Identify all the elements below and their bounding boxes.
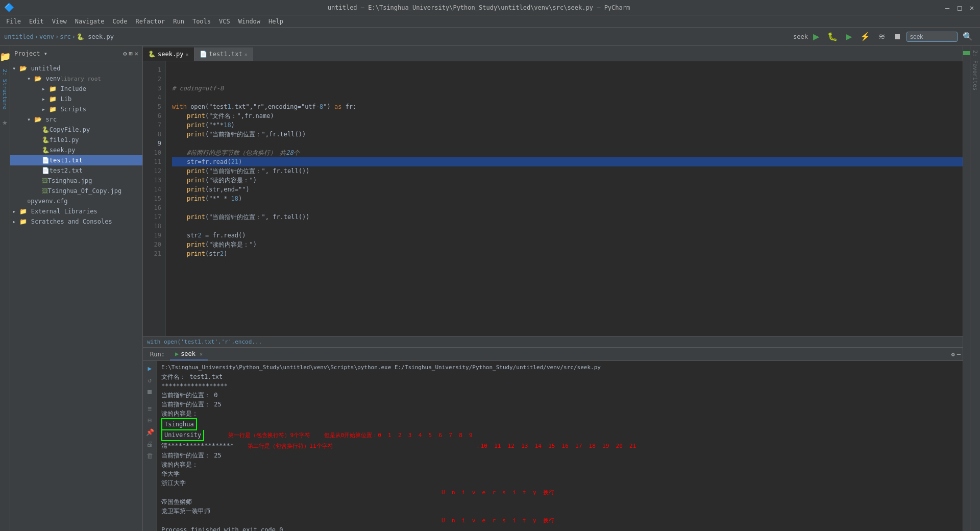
run-trash-icon[interactable]: 🗑 — [145, 450, 155, 461]
code-line — [172, 268, 963, 277]
output-line: 当前指针的位置： 25 — [161, 400, 959, 409]
favorites-icon-label[interactable]: 2: Favorites — [971, 48, 979, 92]
main-content: 📁 2: Structure ★ Project ▾ ⚙ ⊞ ✕ ▾ 📂 unt… — [0, 46, 980, 531]
run-tab-close[interactable]: ✕ — [200, 351, 203, 357]
code-line: print("当前指针的位置：", fr.tell()) — [172, 212, 963, 222]
project-panel: Project ▾ ⚙ ⊞ ✕ ▾ 📂 untitled ▾ 📂 venv li… — [10, 46, 143, 531]
tree-item[interactable]: 🐍 CopyFile.py — [10, 125, 142, 135]
close-button[interactable]: ✕ — [968, 4, 976, 12]
project-collapse-icon[interactable]: ⚙ — [123, 50, 127, 57]
menu-tools[interactable]: Tools — [188, 15, 215, 27]
run-tab-seek[interactable]: ▶ seek ✕ — [170, 348, 208, 360]
breadcrumb-untitled[interactable]: untitled — [4, 33, 34, 40]
tab-seek-close[interactable]: ✕ — [186, 52, 189, 57]
tsinghua-box: Tsinghua — [161, 418, 197, 430]
menu-navigate[interactable]: Navigate — [71, 15, 109, 27]
output-line: U n i v e r s i t y 换行 — [161, 516, 959, 525]
tab-seek-py[interactable]: 🐍 seek.py ✕ — [143, 47, 194, 61]
tree-item[interactable]: ▾ 📂 venv library root — [10, 74, 142, 84]
project-tree: ▾ 📂 untitled ▾ 📂 venv library root ▸ 📁 I… — [10, 61, 142, 531]
menu-code[interactable]: Code — [109, 15, 132, 27]
run-tab-label[interactable]: Run: — [145, 348, 170, 360]
menu-view[interactable]: View — [48, 15, 71, 27]
tree-item[interactable]: ▸ 📁 External Libraries — [10, 206, 142, 216]
run-settings-icon[interactable]: ⚙ — [951, 351, 955, 358]
favorites-icon[interactable]: ★ — [1, 113, 9, 130]
project-settings-icon[interactable]: ⊞ — [129, 50, 133, 57]
run-command-path: E:\Tsinghua_University\Python_Study\unti… — [161, 363, 959, 372]
code-content[interactable]: # coding=utf-8with open("test1.txt","r",… — [166, 61, 963, 336]
minimize-button[interactable]: — — [943, 4, 951, 12]
tree-item[interactable]: 📄 test1.txt — [10, 155, 142, 165]
coverage-button[interactable]: ▶ — [843, 30, 855, 43]
concurrency-button[interactable]: ≋ — [875, 30, 888, 43]
toolbar: untitled › venv › src › 🐍 seek.py seek ▶… — [0, 28, 980, 46]
run-button[interactable]: ▶ — [810, 30, 822, 43]
breadcrumb: untitled › venv › src › 🐍 seek.py — [4, 33, 114, 40]
tree-item[interactable]: ▸ 📁 Scratches and Consoles — [10, 216, 142, 227]
tab-test1-txt[interactable]: 📄 test1.txt ✕ — [194, 47, 253, 61]
run-play-icon[interactable]: ▶ — [146, 363, 154, 374]
window-title: untitled – E:\Tsinghua_University\Python… — [14, 4, 943, 11]
run-panel-body: ▶ ↺ ⏹ ≡ ⊟ 📌 🖨 🗑 E:\Tsinghua_University\P… — [143, 361, 963, 531]
menu-help[interactable]: Help — [264, 15, 287, 27]
search-button[interactable]: 🔍 — [960, 30, 976, 43]
tree-item[interactable]: ▸ 📁 Scripts — [10, 104, 142, 114]
code-line: print("当前指针的位置：", fr.tell()) — [172, 166, 963, 176]
code-editor[interactable]: 123456789101112131415161718192021 # codi… — [143, 61, 963, 336]
breadcrumb-file[interactable]: 🐍 seek.py — [77, 33, 114, 40]
code-line: print(str2) — [172, 249, 963, 258]
tree-item[interactable]: ▸ 📁 Lib — [10, 94, 142, 104]
output-line: University 第一行是（包含换行符）9个字符 但是从0开始算位置：0 1… — [161, 430, 959, 441]
search-input[interactable] — [906, 32, 958, 42]
menu-vcs[interactable]: VCS — [215, 15, 234, 27]
breadcrumb-src[interactable]: src — [60, 33, 71, 40]
annotation-univ-letters: U n i v e r s i t y 换行 — [442, 489, 554, 496]
tree-item[interactable]: 📄 test2.txt — [10, 165, 142, 176]
run-panel: Run: ▶ seek ✕ ⚙ — ▶ ↺ ⏹ — [143, 347, 963, 531]
breadcrumb-venv[interactable]: venv — [39, 33, 54, 40]
output-line: 读的内容是： — [161, 460, 959, 469]
right-gutter — [963, 46, 970, 531]
run-rerun-icon[interactable]: ↺ — [146, 375, 154, 385]
run-scroll-icon[interactable]: ≡ — [146, 403, 154, 414]
code-line: print("读的内容是：") — [172, 176, 963, 185]
tree-item[interactable]: 🐍 seek.py — [10, 145, 142, 155]
menu-window[interactable]: Window — [234, 15, 264, 27]
run-side-toolbar: ▶ ↺ ⏹ ≡ ⊟ 📌 🖨 🗑 — [143, 361, 157, 531]
output-line: 党卫军第一装甲师 — [161, 506, 959, 516]
output-line: 文件名： test1.txt — [161, 372, 959, 381]
annotation-line1: 第一行是（包含换行符）9个字符 但是从0开始算位置：0 1 2 3 4 5 6 … — [228, 432, 472, 439]
stop-button[interactable]: ⏹ — [890, 31, 904, 43]
editor-area: 🐍 seek.py ✕ 📄 test1.txt ✕ 12345678910111… — [143, 46, 963, 347]
run-filter-icon[interactable]: ⊟ — [146, 415, 154, 426]
profile-button[interactable]: ⚡ — [857, 30, 873, 43]
tree-item[interactable]: ▸ 📁 Include — [10, 84, 142, 94]
maximize-button[interactable]: □ — [955, 4, 964, 12]
output-line: Process finished with exit code 0 — [161, 525, 959, 531]
menu-edit[interactable]: Edit — [25, 15, 48, 27]
tree-item[interactable]: ⚙ pyvenv.cfg — [10, 196, 142, 206]
menu-file[interactable]: File — [2, 15, 25, 27]
run-stop-icon[interactable]: ⏹ — [145, 387, 155, 397]
structure-icon[interactable]: 2: Structure — [1, 66, 9, 112]
tree-item[interactable]: 🖼 Tsinghua.jpg — [10, 176, 142, 186]
tree-item[interactable]: 🐍 file1.py — [10, 135, 142, 145]
tree-item[interactable]: ▾ 📂 untitled — [10, 63, 142, 74]
menu-refactor[interactable]: Refactor — [131, 15, 169, 27]
menubar: File Edit View Navigate Code Refactor Ru… — [0, 15, 980, 28]
project-close-icon[interactable]: ✕ — [135, 50, 138, 57]
tree-item[interactable]: 🖼 Tsinghua_Of_Copy.jpg — [10, 186, 142, 196]
titlebar: 🔷 untitled – E:\Tsinghua_University\Pyth… — [0, 0, 980, 15]
menu-run[interactable]: Run — [169, 15, 188, 27]
code-line — [172, 93, 963, 102]
tab-txt-icon: 📄 — [200, 51, 207, 58]
code-line — [172, 139, 963, 148]
run-pin-icon[interactable]: 📌 — [144, 427, 156, 438]
run-print-icon[interactable]: 🖨 — [145, 439, 155, 449]
run-panel-close-icon[interactable]: — — [957, 351, 961, 358]
tab-test1-close[interactable]: ✕ — [244, 52, 248, 57]
debug-button[interactable]: 🐛 — [824, 30, 841, 43]
code-line: print("当前指针的位置：",fr.tell()) — [172, 130, 963, 139]
tree-item[interactable]: ▾ 📂 src — [10, 114, 142, 125]
